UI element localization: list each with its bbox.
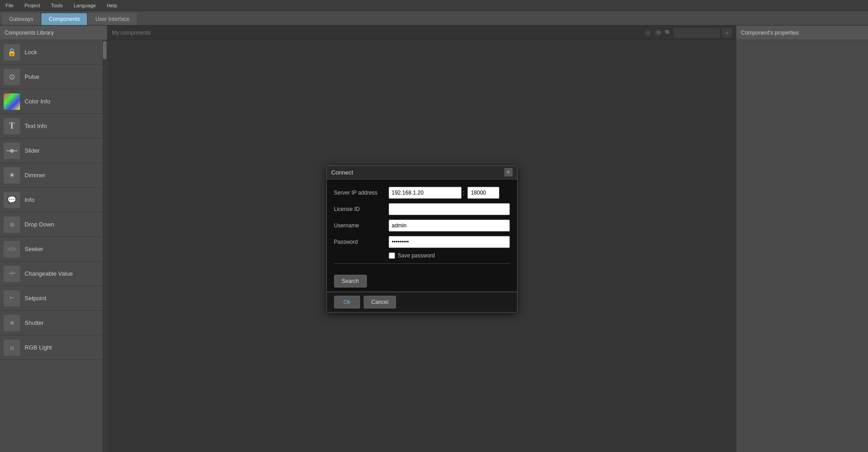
dialog-close-button[interactable]: × (504, 168, 513, 176)
sidebar-label-lock: Lock (25, 49, 37, 56)
license-id-row: License ID (334, 203, 510, 215)
dropdown-icon: ▤ (4, 216, 20, 233)
color-info-icon (4, 93, 20, 110)
save-password-checkbox[interactable] (389, 252, 395, 259)
menu-tools[interactable]: Tools (49, 2, 65, 9)
dialog-body: Server IP address : License ID Username (327, 180, 517, 271)
sidebar-scrollbar[interactable] (102, 40, 107, 452)
menu-language[interactable]: Language (72, 2, 98, 9)
changeable-value-icon: ⊣⊢ (4, 266, 20, 282)
tab-bar: Gateways Components User Interface (0, 11, 868, 26)
search-button[interactable]: Search (334, 275, 367, 288)
menu-project[interactable]: Project (23, 2, 42, 9)
tab-gateways[interactable]: Gateways (2, 13, 41, 25)
server-port-input[interactable] (467, 187, 499, 199)
save-password-label: Save password (398, 252, 435, 259)
pulse-icon: ⊙ (4, 69, 20, 85)
username-label: Username (334, 222, 389, 229)
main-layout: Components Library 🔒 Lock ⊙ Pulse Color … (0, 26, 868, 452)
menu-help[interactable]: Help (105, 2, 119, 9)
colon-separator: : (463, 189, 465, 196)
sidebar-item-shutter[interactable]: ⊕ Shutter (0, 311, 102, 335)
username-row: Username (334, 220, 510, 231)
lock-icon: 🔒 (4, 44, 20, 61)
sidebar-label-slider: Slider (25, 147, 40, 154)
sidebar-item-slider[interactable]: Slider (0, 139, 102, 163)
license-id-label: License ID (334, 206, 389, 212)
sidebar-item-setpoint[interactable]: ⊢ Setpoint (0, 286, 102, 311)
connect-dialog: Connect × Server IP address : License ID (326, 165, 518, 313)
sidebar-label-dimmer: Dimmer (25, 172, 46, 179)
save-password-row: Save password (389, 252, 510, 259)
tab-user-interface[interactable]: User Interface (88, 13, 137, 25)
sidebar-item-pulse[interactable]: ⊙ Pulse (0, 65, 102, 89)
sidebar-label-color-info: Color Info (25, 98, 50, 105)
sidebar-item-info[interactable]: 💬 Info (0, 188, 102, 212)
server-ip-row: Server IP address : (334, 187, 510, 199)
right-panel: Component's properties (736, 26, 868, 452)
sidebar-item-text-info[interactable]: T Text Info (0, 114, 102, 139)
sidebar: Components Library 🔒 Lock ⊙ Pulse Color … (0, 26, 107, 452)
dialog-divider-1 (334, 263, 510, 264)
dialog-titlebar: Connect × (327, 166, 517, 180)
dialog-overlay: Connect × Server IP address : License ID (107, 26, 736, 452)
username-input[interactable] (389, 220, 510, 231)
rgb-light-icon: ☼ (4, 339, 20, 356)
setpoint-icon: ⊢ (4, 290, 20, 307)
server-ip-input[interactable] (389, 187, 462, 199)
seeker-icon: ◁ ▷ (4, 241, 20, 257)
sidebar-item-lock[interactable]: 🔒 Lock (0, 40, 102, 65)
slider-icon (4, 143, 20, 159)
tab-components[interactable]: Components (41, 13, 87, 25)
sidebar-items-container: 🔒 Lock ⊙ Pulse Color Info T Text Info (0, 40, 102, 452)
license-id-input[interactable] (389, 203, 510, 215)
info-icon: 💬 (4, 192, 20, 208)
sidebar-item-seeker[interactable]: ◁ ▷ Seeker (0, 237, 102, 262)
sidebar-item-dropdown[interactable]: ▤ Drop Down (0, 212, 102, 237)
dialog-title: Connect (331, 169, 353, 176)
ok-button[interactable]: Ok (334, 296, 360, 308)
content-area: My components ○ ⚙ 🔍 + Connect × (107, 26, 736, 452)
right-panel-header: Component's properties (736, 26, 868, 40)
dimmer-icon: ☀ (4, 167, 20, 184)
sidebar-label-shutter: Shutter (25, 319, 44, 326)
sidebar-label-dropdown: Drop Down (25, 221, 54, 228)
dialog-search-area: Search (327, 271, 517, 292)
dialog-footer: Ok Cancel (327, 292, 517, 312)
sidebar-label-text-info: Text Info (25, 123, 47, 129)
menu-bar: File Project Tools Language Help (0, 0, 868, 11)
sidebar-scrollbar-thumb[interactable] (103, 41, 107, 59)
sidebar-label-seeker: Seeker (25, 246, 43, 252)
sidebar-label-info: Info (25, 196, 35, 203)
text-info-icon: T (4, 118, 20, 134)
sidebar-label-setpoint: Setpoint (25, 295, 46, 302)
password-label: Password (334, 239, 389, 245)
sidebar-item-dimmer[interactable]: ☀ Dimmer (0, 163, 102, 188)
password-row: Password (334, 236, 510, 248)
sidebar-item-color-info[interactable]: Color Info (0, 89, 102, 114)
server-ip-label: Server IP address (334, 190, 389, 196)
menu-file[interactable]: File (4, 2, 15, 9)
shutter-icon: ⊕ (4, 315, 20, 331)
sidebar-label-pulse: Pulse (25, 73, 40, 80)
sidebar-content: 🔒 Lock ⊙ Pulse Color Info T Text Info (0, 40, 107, 452)
svg-point-1 (10, 149, 14, 153)
sidebar-label-rgb-light: RGB Light (25, 344, 52, 351)
sidebar-label-changeable-value: Changeable Value (25, 270, 73, 277)
sidebar-header: Components Library (0, 26, 107, 40)
cancel-button[interactable]: Cancel (364, 296, 396, 308)
password-input[interactable] (389, 236, 510, 248)
sidebar-item-changeable-value[interactable]: ⊣⊢ Changeable Value (0, 262, 102, 286)
sidebar-item-rgb-light[interactable]: ☼ RGB Light (0, 335, 102, 360)
